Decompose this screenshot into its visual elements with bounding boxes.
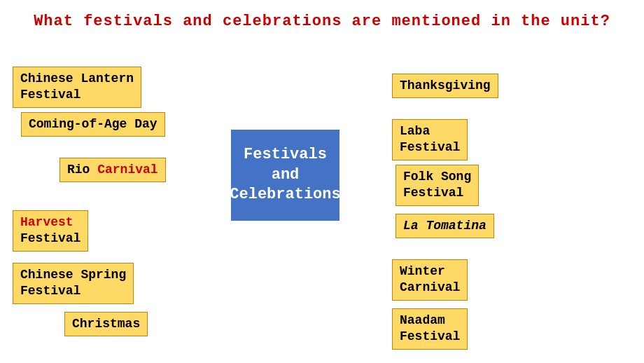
- festival-tag-thanksgiving: Thanksgiving: [392, 74, 498, 98]
- festival-tag-winter-carnival: WinterCarnival: [392, 259, 468, 301]
- festival-tag-coming-of-age: Coming-of-Age Day: [21, 112, 165, 137]
- festival-tag-naadam-festival: NaadamFestival: [392, 308, 468, 350]
- festival-tag-harvest-festival: HarvestFestival: [13, 210, 88, 252]
- page-title: What festivals and celebrations are ment…: [0, 13, 644, 30]
- center-box: FestivalsandCelebrations: [231, 130, 340, 221]
- festival-tag-rio-carnival: Rio Carnival: [59, 158, 166, 182]
- festival-tag-chinese-lantern: Chinese LanternFestival: [13, 67, 141, 108]
- festival-tag-chinese-spring: Chinese SpringFestival: [13, 263, 134, 304]
- festival-tag-laba-festival: LabaFestival: [392, 119, 468, 160]
- festival-tag-la-tomatina: La Tomatina: [396, 214, 494, 238]
- festival-tag-christmas: Christmas: [64, 312, 148, 336]
- center-box-text: FestivalsandCelebrations: [230, 145, 340, 205]
- festival-tag-folk-song: Folk SongFestival: [396, 165, 479, 206]
